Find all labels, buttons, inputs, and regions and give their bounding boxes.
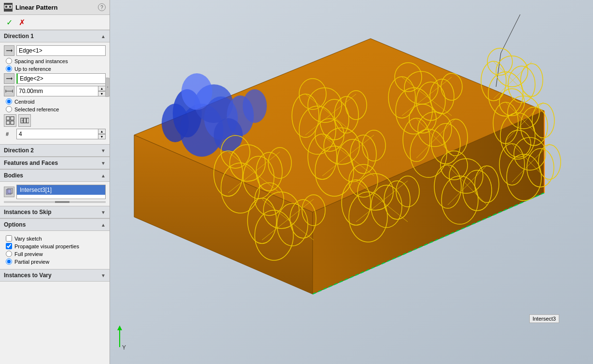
instances-up-arrow[interactable]: ▲	[98, 129, 106, 134]
direction1-collapse[interactable]: ›	[105, 78, 110, 97]
direction2-title: Direction 2	[4, 147, 34, 154]
instances-down-arrow[interactable]: ▼	[98, 134, 106, 139]
options-section: Options ▲ Vary sketch Propagate visual p…	[0, 218, 110, 269]
up-to-ref-radio-row: Up to reference	[6, 66, 106, 72]
svg-point-36	[162, 104, 189, 142]
instances-arrows: ▲ ▼	[98, 129, 106, 139]
features-faces-chevron: ▼	[101, 161, 106, 166]
pattern-icon-btn2[interactable]: #	[18, 114, 31, 127]
instances-to-vary-chevron: ▼	[101, 273, 106, 278]
help-button[interactable]: ?	[98, 3, 106, 11]
direction1-section: Direction 1 ▲ Spacing and instances	[0, 30, 110, 144]
svg-text:#: #	[6, 131, 9, 137]
full-preview-label: Full preview	[14, 251, 43, 257]
icon-buttons-row: #	[4, 114, 106, 127]
bodies-section: Bodies ▲ Intersect3[1]	[0, 169, 110, 206]
spacing-icon	[4, 86, 14, 96]
direction1-content: Spacing and instances Up to reference	[0, 42, 110, 144]
svg-rect-1	[9, 5, 12, 8]
selected-ref-radio-row: Selected reference	[6, 106, 106, 112]
spacing-arrows: ▲ ▼	[98, 86, 106, 96]
instances-spinner: 4 ▲ ▼	[16, 129, 106, 139]
bodies-list[interactable]: Intersect3[1]	[16, 185, 106, 199]
svg-rect-16	[27, 118, 29, 123]
centroid-label: Centroid	[14, 99, 35, 105]
edge2-row	[4, 73, 106, 84]
full-preview-radio[interactable]	[6, 251, 12, 257]
bodies-list-item[interactable]: Intersect3[1]	[17, 185, 105, 195]
vary-sketch-checkbox[interactable]	[6, 235, 12, 242]
direction1-title: Direction 1	[4, 33, 34, 40]
3d-scene: Y	[110, 0, 593, 364]
svg-rect-13	[11, 121, 14, 124]
panel-icon	[4, 3, 13, 12]
options-header[interactable]: Options ▲	[0, 218, 110, 231]
options-chevron: ▲	[101, 222, 106, 228]
instances-to-skip-header[interactable]: Instances to Skip ▼	[0, 206, 110, 218]
scene-label: Intersect3	[529, 314, 559, 323]
direction2-header[interactable]: Direction 2 ▼	[0, 144, 110, 157]
propagate-checkbox[interactable]	[6, 243, 12, 249]
cancel-button[interactable]: ✗	[16, 17, 27, 27]
partial-preview-label: Partial preview	[14, 259, 49, 265]
features-faces-title: Features and Faces	[4, 160, 58, 166]
spacing-label: Spacing and instances	[14, 58, 68, 64]
panel-header: Linear Pattern ?	[0, 0, 110, 15]
vary-sketch-row: Vary sketch	[6, 235, 106, 242]
spacing-spinner: 70.00mm ▲ ▼	[16, 86, 106, 96]
instances-to-skip-title: Instances to Skip	[4, 209, 52, 216]
selected-reference-radio[interactable]	[6, 106, 12, 112]
x-icon: ✗	[19, 18, 25, 27]
bodies-content: Intersect3[1]	[0, 182, 110, 206]
bodies-icon	[4, 187, 14, 197]
direction-icon	[4, 45, 14, 56]
full-preview-row: Full preview	[6, 251, 106, 257]
spacing-up-arrow[interactable]: ▲	[98, 86, 106, 91]
bodies-icon-row: Intersect3[1]	[4, 185, 106, 199]
edge1-input[interactable]	[16, 45, 106, 56]
options-title: Options	[4, 221, 26, 228]
svg-point-35	[243, 89, 267, 123]
svg-text:Y: Y	[122, 344, 126, 351]
svg-rect-0	[5, 5, 8, 8]
features-faces-header[interactable]: Features and Faces ▼	[0, 157, 110, 169]
bodies-scrollbar-thumb	[55, 201, 69, 203]
edge2-icon	[4, 73, 14, 84]
instances-to-skip-chevron: ▼	[101, 210, 106, 215]
svg-rect-11	[11, 117, 14, 120]
svg-marker-6	[11, 77, 13, 80]
spacing-radio[interactable]	[6, 58, 12, 64]
instances-to-vary-title: Instances to Vary	[4, 272, 52, 279]
direction1-chevron: ▲	[101, 34, 106, 39]
propagate-label: Propagate visual properties	[14, 243, 79, 249]
toolbar: ✓ ✗	[0, 15, 110, 30]
partial-preview-radio[interactable]	[6, 258, 12, 265]
bodies-chevron: ▲	[101, 173, 106, 178]
svg-rect-10	[6, 117, 10, 120]
main-viewport: Instances: 4 ▲ ▼	[110, 0, 593, 364]
bodies-header[interactable]: Bodies ▲	[0, 169, 110, 182]
svg-point-34	[181, 73, 212, 110]
instances-display: 4	[16, 129, 98, 139]
propagate-row: Propagate visual properties	[6, 243, 106, 249]
options-content: Vary sketch Propagate visual properties …	[0, 231, 110, 269]
up-to-reference-radio[interactable]	[6, 66, 12, 72]
edge2-input[interactable]	[16, 73, 106, 84]
spacing-down-arrow[interactable]: ▼	[98, 91, 106, 96]
spacing-radio-row: Spacing and instances	[6, 58, 106, 64]
bodies-scrollbar	[4, 201, 106, 203]
partial-preview-row: Partial preview	[6, 258, 106, 265]
svg-rect-15	[24, 118, 26, 123]
svg-rect-12	[6, 121, 10, 124]
ok-button[interactable]: ✓	[4, 17, 14, 27]
direction1-header[interactable]: Direction 1 ▲	[0, 30, 110, 42]
check-icon: ✓	[6, 18, 13, 27]
centroid-radio[interactable]	[6, 98, 12, 105]
left-panel: Linear Pattern ? ✓ ✗ Direction 1 ▲	[0, 0, 110, 364]
edge1-row	[4, 45, 106, 56]
instances-to-vary-header[interactable]: Instances to Vary ▼	[0, 269, 110, 282]
pattern-icon-btn1[interactable]	[4, 114, 16, 127]
up-to-reference-label: Up to reference	[14, 66, 51, 72]
spacing-value-row: 70.00mm ▲ ▼	[4, 86, 106, 96]
svg-marker-4	[11, 49, 13, 52]
